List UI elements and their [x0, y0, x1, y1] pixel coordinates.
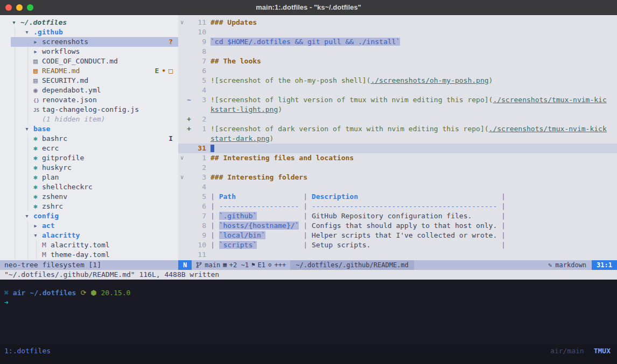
- tree-item-alacritty[interactable]: ▾alacritty: [0, 231, 178, 240]
- line-number: 1: [192, 124, 206, 134]
- tree-item-gitprofile[interactable]: ✱gitprofile: [0, 153, 178, 163]
- editor-line-text: [211, 115, 617, 124]
- tree-item-alacritty-toml[interactable]: Malacritty.toml: [0, 240, 178, 250]
- editor-line[interactable]: 4: [178, 182, 617, 192]
- editor-line-text: ## The looks: [211, 56, 617, 66]
- text-segment: |: [299, 222, 311, 230]
- tmux-window-tab[interactable]: 1:.dotfiles: [4, 347, 51, 355]
- fold-marker[interactable]: ∨: [178, 18, 186, 27]
- git-sign: [186, 163, 192, 173]
- editor-line[interactable]: +1![screenshot of dark version of tmux w…: [178, 124, 617, 134]
- editor-buffer[interactable]: ∨11### Updates109`cd $HOME/.dotfiles && …: [178, 15, 617, 260]
- git-sign: [186, 173, 192, 182]
- tree-item-readme-md[interactable]: ▤README.mdE•□: [0, 66, 178, 76]
- line-number: 3: [192, 95, 206, 105]
- editor-line[interactable]: ~3![screenshot of light version of tmux …: [178, 95, 617, 105]
- editor-line[interactable]: ∨3### Interesting folders: [178, 173, 617, 182]
- tree-item-config[interactable]: ▾config: [0, 211, 178, 221]
- editor-line[interactable]: 10: [178, 27, 617, 37]
- editor-line-text: [211, 163, 617, 173]
- tree-item-renovate-json[interactable]: {}renovate.json: [0, 95, 178, 105]
- editor-line[interactable]: 9`cd $HOME/.dotfiles && git pull && ./in…: [178, 37, 617, 47]
- text-segment: [265, 231, 299, 239]
- editor-line[interactable]: 10| `scripts` | Setup scripts. |: [178, 240, 617, 250]
- text-segment: [257, 241, 299, 249]
- editor-line[interactable]: 5| Path | Description |: [178, 192, 617, 202]
- tree-item-tag-changelog-config-js[interactable]: JStag-changelog-config.js: [0, 105, 178, 115]
- fold-marker: [178, 202, 186, 211]
- editor-line[interactable]: 7## The looks: [178, 56, 617, 66]
- markdown-file-icon: ▤: [33, 76, 42, 85]
- editor-line[interactable]: ∨11### Updates: [178, 18, 617, 27]
- shell-file-icon: ✱: [33, 134, 42, 144]
- editor-line[interactable]: +2: [178, 115, 617, 124]
- text-segment: ![screenshot of light version of tmux wi…: [211, 96, 493, 104]
- tree-item-huskyrc[interactable]: ✱huskyrc: [0, 163, 178, 173]
- line-number: 5: [192, 192, 206, 202]
- editor-line[interactable]: 5![screenshot of the oh-my-posh shell](.…: [178, 76, 617, 85]
- editor-line-text: [211, 66, 617, 76]
- tree-item-github[interactable]: ▾.github: [0, 27, 178, 37]
- tree-item-label: alacritty.toml: [51, 241, 110, 249]
- text-segment: -------------------: [219, 202, 299, 210]
- editor-line[interactable]: 7| `.github` | GitHub Repository configu…: [178, 211, 617, 221]
- minimize-button[interactable]: [16, 4, 23, 11]
- text-segment: |: [299, 212, 311, 220]
- tree-item-dotfiles[interactable]: ▾~/.dotfiles: [0, 18, 178, 27]
- text-segment: |: [497, 231, 506, 239]
- fold-marker[interactable]: ∨: [178, 153, 186, 163]
- editor-line[interactable]: start-dark.png): [178, 134, 617, 144]
- zoom-button[interactable]: [27, 4, 33, 11]
- editor-line[interactable]: 11: [178, 250, 617, 260]
- tree-item-shellcheckrc[interactable]: ✱shellcheckrc: [0, 182, 178, 192]
- git-sign: [186, 153, 192, 163]
- shell-area[interactable]: ⌘ air ~/.dotfiles ⟳ ⬢ 20.15.0 ➜: [0, 280, 617, 345]
- tmux-session-name: air/main: [550, 347, 584, 355]
- text-segment: Setup scripts.: [312, 241, 497, 249]
- fold-marker: [178, 182, 186, 192]
- shell-file-icon: ✱: [33, 163, 42, 173]
- os-icon: ⌘: [4, 288, 9, 298]
- text-segment: |: [497, 202, 506, 210]
- tree-item-zshenv[interactable]: ✱zshenv: [0, 192, 178, 202]
- editor-line[interactable]: 6: [178, 66, 617, 76]
- tree-item-base[interactable]: ▾base: [0, 124, 178, 134]
- tree-item-label: alacritty: [42, 231, 80, 239]
- tree-item-zshrc[interactable]: ✱zshrc: [0, 202, 178, 211]
- tree-item-workflows[interactable]: ▸workflows: [0, 47, 178, 56]
- editor-line[interactable]: 9| `local/bin` | Helper scripts that I'v…: [178, 231, 617, 240]
- editor-line[interactable]: 31: [178, 144, 617, 153]
- tree-item-screenshots[interactable]: ▸screenshots?: [0, 37, 178, 47]
- editor-line[interactable]: 2: [178, 163, 617, 173]
- tree-item-badge: ?: [169, 37, 173, 47]
- editor-line[interactable]: 4: [178, 85, 617, 95]
- tree-item-theme-day-toml[interactable]: Mtheme-day.toml: [0, 250, 178, 260]
- editor-line[interactable]: 8| `hosts/{hostname}/` | Configs that sh…: [178, 221, 617, 231]
- tree-item-bashrc[interactable]: ✱bashrcI: [0, 134, 178, 144]
- text-segment: `cd $HOME/.dotfiles && git pull && ./ins…: [211, 38, 400, 46]
- tree-item-act[interactable]: ▸act: [0, 221, 178, 231]
- shell-file-icon: ✱: [33, 192, 42, 202]
- git-sign: +: [186, 115, 192, 124]
- close-button[interactable]: [5, 4, 12, 11]
- tree-item-ecrc[interactable]: ✱ecrc: [0, 144, 178, 153]
- tree-item-plan[interactable]: ✱plan: [0, 173, 178, 182]
- editor-line[interactable]: kstart-light.png): [178, 105, 617, 115]
- tree-item-label: renovate.json: [42, 96, 97, 104]
- fold-marker[interactable]: ∨: [178, 173, 186, 182]
- tree-item-security-md[interactable]: ▤SECURITY.md: [0, 76, 178, 85]
- editor-line[interactable]: 8: [178, 47, 617, 56]
- text-segment: ./screenshots/oh-my-posh.png: [370, 76, 488, 84]
- text-segment: start-dark.png: [211, 134, 270, 142]
- tree-item-dependabot-yml[interactable]: ◉dependabot.yml: [0, 85, 178, 95]
- editor-line[interactable]: ∨1## Interesting files and locations: [178, 153, 617, 163]
- tree-item-1-hidden-item[interactable]: (1 hidden item): [0, 115, 178, 124]
- tree-item-code-of-conduct-md[interactable]: ▤CODE_OF_CONDUCT.md: [0, 56, 178, 66]
- neo-tree-panel[interactable]: ▾~/.dotfiles▾.github▸screenshots?▸workfl…: [0, 15, 178, 260]
- editor-line-text: | `scripts` | Setup scripts. |: [211, 240, 617, 250]
- line-number: 9: [192, 231, 206, 240]
- line-number: 9: [192, 37, 206, 47]
- editor-line[interactable]: 6| ------------------- | ---------------…: [178, 202, 617, 211]
- git-sign: [186, 18, 192, 27]
- text-segment: |: [299, 241, 311, 249]
